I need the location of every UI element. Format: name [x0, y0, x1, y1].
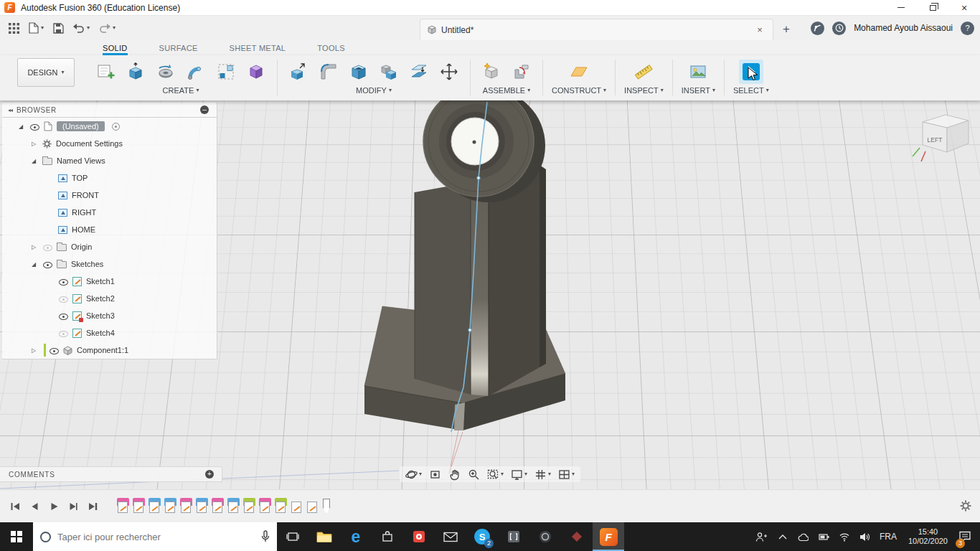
browser-row-origin[interactable]: ▷ Origin [2, 238, 217, 255]
construct-plane-button[interactable] [567, 60, 591, 84]
view-cube[interactable]: LEFT [910, 106, 976, 169]
timeline-feature-icon[interactable] [258, 498, 272, 515]
expand-arrow-icon[interactable]: ◢ [29, 261, 38, 268]
search-input[interactable] [57, 532, 255, 542]
joint-button[interactable] [509, 60, 534, 84]
browser-row-view-top[interactable]: TOP [2, 169, 217, 187]
network-button[interactable] [834, 522, 854, 551]
file-menu-button[interactable]: ▾ [29, 22, 44, 34]
help-button[interactable]: ? [961, 22, 974, 35]
timeline-go-start-button[interactable] [7, 499, 23, 514]
display-settings-button[interactable]: ▾ [508, 466, 530, 482]
inspect-menu[interactable]: INSPECT▾ [624, 86, 664, 95]
visibility-eye-icon[interactable] [58, 328, 68, 338]
new-component-button[interactable] [479, 60, 504, 84]
visibility-eye-icon[interactable] [42, 259, 52, 269]
tab-solid[interactable]: SOLID [103, 44, 128, 55]
action-center-button[interactable]: 3 [954, 522, 980, 551]
create-form-button[interactable] [244, 60, 268, 84]
timeline-step-forward-button[interactable] [65, 499, 81, 514]
job-status-icon[interactable] [832, 22, 846, 35]
browser-row-component1[interactable]: ▷ Component1:1 [2, 342, 217, 359]
activate-radio-icon[interactable] [112, 123, 120, 131]
fillet-button[interactable] [316, 60, 341, 84]
browser-row-sketch4[interactable]: Sketch4 [2, 324, 217, 342]
timeline-play-button[interactable] [46, 499, 62, 514]
restore-button[interactable] [917, 0, 948, 15]
red-app-button[interactable] [403, 522, 435, 551]
save-button[interactable] [53, 23, 64, 34]
tab-tools[interactable]: TOOLS [317, 44, 345, 55]
browser-row-sketch1[interactable]: Sketch1 [2, 273, 217, 290]
timeline-feature-icon[interactable] [195, 498, 209, 515]
viewport[interactable]: LEFT ◂◂ BROWSER – ◢ (Unsaved) ▷ [0, 100, 980, 489]
pan-button[interactable] [446, 466, 463, 482]
comments-expand-icon[interactable]: + [205, 470, 214, 479]
timeline-feature-icon[interactable] [148, 498, 161, 515]
timeline-feature-icon[interactable] [242, 498, 256, 515]
select-menu[interactable]: SELECT▾ [733, 86, 769, 95]
browser-row-document[interactable]: ◢ (Unsaved) [2, 118, 217, 135]
visibility-eye-icon[interactable] [58, 293, 68, 303]
document-tab[interactable]: Untitled* × [420, 19, 773, 40]
close-button[interactable]: × [948, 0, 980, 15]
visibility-eye-icon[interactable] [29, 121, 39, 131]
tab-surface[interactable]: SURFACE [159, 44, 198, 55]
tab-close-icon[interactable]: × [754, 24, 765, 35]
timeline-step-back-button[interactable] [27, 499, 42, 514]
timeline-feature-icon[interactable] [164, 498, 177, 515]
expand-arrow-icon[interactable]: ▷ [29, 347, 38, 354]
tab-sheet-metal[interactable]: SHEET METAL [230, 44, 286, 55]
browser-row-view-right[interactable]: RIGHT [2, 204, 217, 221]
select-button[interactable] [739, 60, 763, 84]
timeline-feature-icon[interactable] [211, 498, 225, 515]
timeline-position-marker[interactable] [323, 499, 330, 514]
redo-button[interactable]: ▾ [99, 23, 116, 33]
grey-app-button[interactable] [498, 522, 529, 551]
construct-menu[interactable]: CONSTRUCT▾ [552, 86, 606, 95]
modify-menu[interactable]: MODIFY▾ [356, 86, 392, 95]
timeline-feature-icon[interactable] [274, 498, 288, 515]
expand-arrow-icon[interactable]: ▷ [29, 244, 38, 250]
onedrive-button[interactable] [793, 522, 814, 551]
people-button[interactable] [750, 522, 773, 551]
maroon-app-button[interactable] [561, 522, 593, 551]
browser-row-sketch3[interactable]: Sketch3 [2, 307, 217, 324]
revolve-button[interactable] [154, 60, 178, 84]
fit-button[interactable]: ▾ [484, 466, 507, 482]
start-button[interactable] [0, 522, 33, 551]
measure-button[interactable] [631, 60, 656, 84]
hole-center-point[interactable] [473, 141, 476, 144]
pattern-button[interactable] [214, 60, 238, 84]
insert-canvas-button[interactable] [686, 60, 710, 84]
timeline-go-end-button[interactable] [85, 499, 100, 514]
language-indicator[interactable]: FRA [875, 522, 902, 551]
viewports-button[interactable]: ▾ [555, 466, 578, 482]
visibility-eye-icon[interactable] [49, 345, 59, 355]
timeline-feature-icon[interactable] [132, 498, 146, 515]
insert-menu[interactable]: INSERT▾ [682, 86, 715, 95]
visibility-eye-icon[interactable] [58, 276, 68, 286]
browser-row-view-front[interactable]: FRONT [2, 187, 217, 204]
browser-hide-icon[interactable]: – [200, 105, 209, 114]
timeline-feature-icon[interactable] [179, 498, 193, 515]
assemble-menu[interactable]: ASSEMBLE▾ [483, 86, 530, 95]
task-view-button[interactable] [277, 522, 308, 551]
browser-row-named-views[interactable]: ◢ Named Views [2, 152, 217, 169]
create-menu[interactable]: CREATE▾ [163, 86, 199, 95]
store-button[interactable] [372, 522, 403, 551]
timeline-feature-icon[interactable] [227, 498, 240, 515]
hidden-icons-button[interactable] [773, 522, 793, 551]
extrude-button[interactable] [123, 60, 148, 84]
dark-app-button[interactable] [529, 522, 561, 551]
expand-arrow-icon[interactable]: ◢ [29, 158, 38, 164]
minimize-button[interactable] [885, 0, 917, 15]
timeline-settings-gear-icon[interactable] [960, 500, 971, 512]
browser-row-document-settings[interactable]: ▷ Document Settings [2, 135, 217, 152]
volume-button[interactable] [854, 522, 875, 551]
grid-snap-button[interactable]: ▾ [532, 466, 554, 482]
offset-face-button[interactable] [407, 60, 431, 84]
undo-button[interactable]: ▾ [73, 23, 90, 33]
model-3d[interactable] [364, 100, 565, 430]
comments-bar[interactable]: COMMENTS + [0, 466, 222, 482]
